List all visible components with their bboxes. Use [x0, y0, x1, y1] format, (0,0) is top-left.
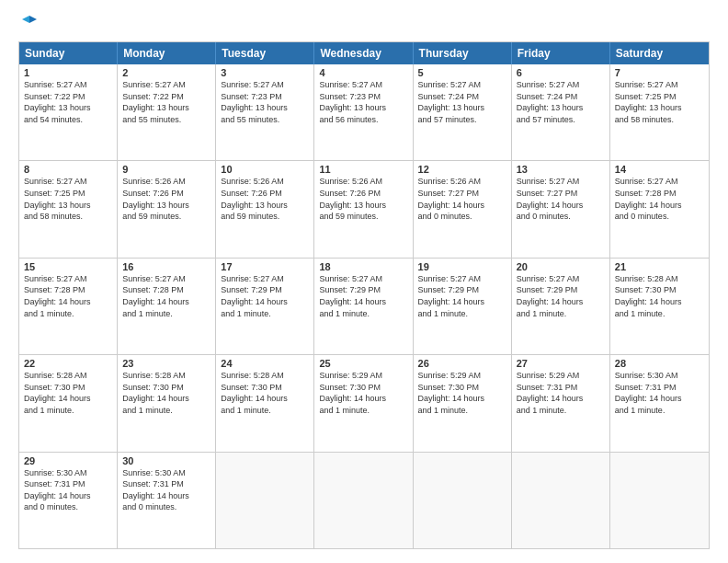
day-info: Sunrise: 5:27 AM Sunset: 7:22 PM Dayligh…	[122, 79, 210, 125]
day-number: 14	[615, 164, 704, 175]
day-info: Sunrise: 5:27 AM Sunset: 7:29 PM Dayligh…	[221, 273, 309, 319]
day-number: 12	[418, 164, 506, 175]
day-number: 18	[319, 261, 407, 272]
calendar-cell: 19Sunrise: 5:27 AM Sunset: 7:29 PM Dayli…	[414, 259, 512, 354]
calendar-row: 1Sunrise: 5:27 AM Sunset: 7:22 PM Daylig…	[19, 64, 709, 160]
day-number: 21	[615, 261, 704, 272]
calendar-cell: 4Sunrise: 5:27 AM Sunset: 7:23 PM Daylig…	[314, 64, 413, 160]
day-info: Sunrise: 5:27 AM Sunset: 7:29 PM Dayligh…	[418, 273, 506, 319]
day-number: 11	[319, 164, 407, 175]
day-info: Sunrise: 5:27 AM Sunset: 7:23 PM Dayligh…	[221, 79, 309, 125]
day-info: Sunrise: 5:30 AM Sunset: 7:31 PM Dayligh…	[122, 467, 210, 513]
calendar-cell: 11Sunrise: 5:26 AM Sunset: 7:26 PM Dayli…	[314, 161, 413, 257]
calendar-cell: 23Sunrise: 5:28 AM Sunset: 7:30 PM Dayli…	[118, 355, 216, 451]
day-number: 4	[319, 67, 407, 78]
day-number: 16	[122, 261, 210, 272]
day-number: 27	[517, 358, 605, 369]
calendar-cell: 18Sunrise: 5:27 AM Sunset: 7:29 PM Dayli…	[314, 259, 413, 354]
day-number: 5	[418, 67, 506, 78]
calendar-cell: 6Sunrise: 5:27 AM Sunset: 7:24 PM Daylig…	[512, 64, 610, 160]
calendar-cell	[314, 453, 413, 548]
calendar-row: 15Sunrise: 5:27 AM Sunset: 7:28 PM Dayli…	[19, 258, 709, 354]
day-number: 19	[418, 261, 506, 272]
day-info: Sunrise: 5:27 AM Sunset: 7:29 PM Dayligh…	[319, 273, 407, 319]
svg-marker-0	[29, 16, 37, 23]
calendar-cell	[512, 453, 610, 548]
day-number: 2	[122, 67, 210, 78]
day-info: Sunrise: 5:28 AM Sunset: 7:30 PM Dayligh…	[221, 370, 309, 416]
calendar: SundayMondayTuesdayWednesdayThursdayFrid…	[18, 41, 710, 549]
day-number: 3	[221, 67, 309, 78]
calendar-cell: 15Sunrise: 5:27 AM Sunset: 7:28 PM Dayli…	[19, 259, 118, 354]
calendar-row: 22Sunrise: 5:28 AM Sunset: 7:30 PM Dayli…	[19, 354, 709, 451]
calendar-row: 8Sunrise: 5:27 AM Sunset: 7:25 PM Daylig…	[19, 160, 709, 257]
day-info: Sunrise: 5:29 AM Sunset: 7:30 PM Dayligh…	[319, 370, 407, 416]
calendar-cell: 14Sunrise: 5:27 AM Sunset: 7:28 PM Dayli…	[610, 161, 709, 257]
day-number: 7	[615, 67, 704, 78]
day-info: Sunrise: 5:27 AM Sunset: 7:25 PM Dayligh…	[24, 176, 112, 222]
calendar-body: 1Sunrise: 5:27 AM Sunset: 7:22 PM Daylig…	[19, 64, 709, 548]
calendar-cell: 25Sunrise: 5:29 AM Sunset: 7:30 PM Dayli…	[314, 355, 413, 451]
weekday-header: Thursday	[414, 42, 512, 64]
day-number: 28	[615, 358, 704, 369]
calendar-cell	[216, 453, 314, 548]
day-number: 8	[24, 164, 112, 175]
day-info: Sunrise: 5:27 AM Sunset: 7:24 PM Dayligh…	[517, 79, 605, 125]
day-info: Sunrise: 5:26 AM Sunset: 7:26 PM Dayligh…	[319, 176, 407, 222]
weekday-header: Monday	[118, 42, 216, 64]
logo-flag-icon	[20, 14, 39, 32]
day-info: Sunrise: 5:30 AM Sunset: 7:31 PM Dayligh…	[24, 467, 112, 513]
calendar-cell: 27Sunrise: 5:29 AM Sunset: 7:31 PM Dayli…	[512, 355, 610, 451]
day-info: Sunrise: 5:29 AM Sunset: 7:30 PM Dayligh…	[418, 370, 506, 416]
calendar-cell: 10Sunrise: 5:26 AM Sunset: 7:26 PM Dayli…	[216, 161, 314, 257]
day-info: Sunrise: 5:27 AM Sunset: 7:28 PM Dayligh…	[615, 176, 704, 222]
weekday-header: Sunday	[19, 42, 118, 64]
calendar-header: SundayMondayTuesdayWednesdayThursdayFrid…	[19, 42, 709, 64]
calendar-cell: 20Sunrise: 5:27 AM Sunset: 7:29 PM Dayli…	[512, 259, 610, 354]
day-info: Sunrise: 5:27 AM Sunset: 7:25 PM Dayligh…	[615, 79, 704, 125]
day-number: 25	[319, 358, 407, 369]
day-info: Sunrise: 5:28 AM Sunset: 7:30 PM Dayligh…	[24, 370, 112, 416]
calendar-cell: 8Sunrise: 5:27 AM Sunset: 7:25 PM Daylig…	[19, 161, 118, 257]
calendar-row: 29Sunrise: 5:30 AM Sunset: 7:31 PM Dayli…	[19, 452, 709, 548]
logo	[18, 14, 39, 32]
day-number: 10	[221, 164, 309, 175]
calendar-cell	[610, 453, 709, 548]
calendar-cell: 5Sunrise: 5:27 AM Sunset: 7:24 PM Daylig…	[414, 64, 512, 160]
weekday-header: Friday	[512, 42, 610, 64]
weekday-header: Saturday	[610, 42, 709, 64]
day-number: 17	[221, 261, 309, 272]
day-number: 23	[122, 358, 210, 369]
day-number: 6	[517, 67, 605, 78]
calendar-cell	[414, 453, 512, 548]
day-info: Sunrise: 5:27 AM Sunset: 7:23 PM Dayligh…	[319, 79, 407, 125]
day-info: Sunrise: 5:27 AM Sunset: 7:28 PM Dayligh…	[122, 273, 210, 319]
day-info: Sunrise: 5:27 AM Sunset: 7:22 PM Dayligh…	[24, 79, 112, 125]
calendar-cell: 7Sunrise: 5:27 AM Sunset: 7:25 PM Daylig…	[610, 64, 709, 160]
day-info: Sunrise: 5:28 AM Sunset: 7:30 PM Dayligh…	[615, 273, 704, 319]
day-info: Sunrise: 5:27 AM Sunset: 7:29 PM Dayligh…	[517, 273, 605, 319]
day-info: Sunrise: 5:27 AM Sunset: 7:24 PM Dayligh…	[418, 79, 506, 125]
day-info: Sunrise: 5:29 AM Sunset: 7:31 PM Dayligh…	[517, 370, 605, 416]
calendar-cell: 3Sunrise: 5:27 AM Sunset: 7:23 PM Daylig…	[216, 64, 314, 160]
day-number: 15	[24, 261, 112, 272]
header	[18, 14, 710, 32]
day-number: 1	[24, 67, 112, 78]
day-number: 20	[517, 261, 605, 272]
calendar-cell: 12Sunrise: 5:26 AM Sunset: 7:27 PM Dayli…	[414, 161, 512, 257]
calendar-cell: 9Sunrise: 5:26 AM Sunset: 7:26 PM Daylig…	[118, 161, 216, 257]
svg-marker-1	[22, 16, 29, 23]
calendar-cell: 13Sunrise: 5:27 AM Sunset: 7:27 PM Dayli…	[512, 161, 610, 257]
calendar-cell: 21Sunrise: 5:28 AM Sunset: 7:30 PM Dayli…	[610, 259, 709, 354]
calendar-cell: 24Sunrise: 5:28 AM Sunset: 7:30 PM Dayli…	[216, 355, 314, 451]
calendar-cell: 26Sunrise: 5:29 AM Sunset: 7:30 PM Dayli…	[414, 355, 512, 451]
calendar-cell: 29Sunrise: 5:30 AM Sunset: 7:31 PM Dayli…	[19, 453, 118, 548]
day-info: Sunrise: 5:28 AM Sunset: 7:30 PM Dayligh…	[122, 370, 210, 416]
day-number: 26	[418, 358, 506, 369]
day-info: Sunrise: 5:26 AM Sunset: 7:26 PM Dayligh…	[221, 176, 309, 222]
calendar-cell: 28Sunrise: 5:30 AM Sunset: 7:31 PM Dayli…	[610, 355, 709, 451]
day-number: 24	[221, 358, 309, 369]
page: SundayMondayTuesdayWednesdayThursdayFrid…	[0, 0, 728, 563]
day-number: 30	[122, 455, 210, 466]
calendar-cell: 16Sunrise: 5:27 AM Sunset: 7:28 PM Dayli…	[118, 259, 216, 354]
